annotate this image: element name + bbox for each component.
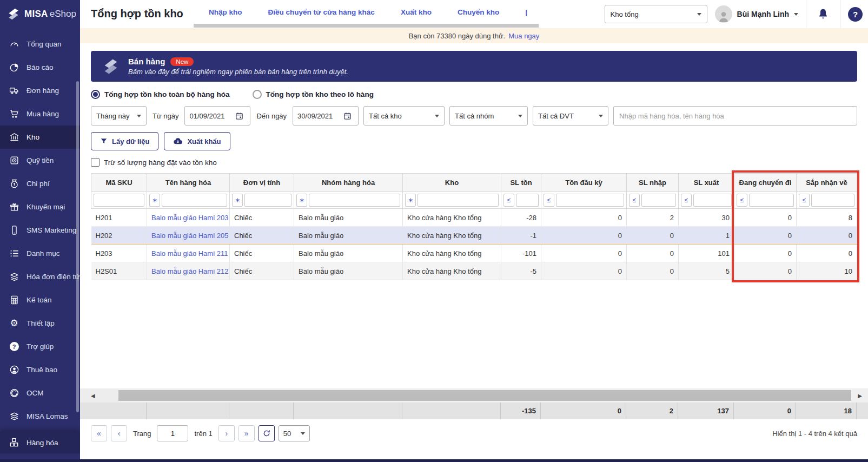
table-row[interactable]: H203 Balo mẫu giáo Hami 211 Chiếc Balo m… <box>91 245 857 262</box>
page-number-input[interactable] <box>157 425 188 441</box>
page-size-select[interactable]: 50 <box>279 425 310 441</box>
tab-chuyen-kho[interactable]: Chuyển kho <box>458 8 499 16</box>
sidebar-item-quy-tien[interactable]: Quỹ tiền <box>0 149 80 172</box>
last-page-button[interactable]: » <box>238 425 255 441</box>
sidebar-scrollbar-thumb[interactable] <box>76 81 79 412</box>
filter-input-sap-nhan-ve[interactable] <box>811 194 854 207</box>
store-selector[interactable]: Kho tổng <box>605 5 707 23</box>
filter-input-kho[interactable] <box>418 194 499 207</box>
user-menu[interactable]: Bùi Mạnh Linh <box>715 5 798 23</box>
tab-dieu-chuyen[interactable]: Điều chuyển từ cửa hàng khác <box>268 8 375 16</box>
radio-all-goods[interactable]: Tổng hợp tồn kho toàn bộ hàng hóa <box>91 90 230 99</box>
filter-op-button[interactable]: ≤ <box>799 194 810 207</box>
sidebar-item-khuyen-mai[interactable]: Khuyến mại <box>0 195 80 219</box>
filter-op-button[interactable]: ≤ <box>503 194 514 207</box>
filter-input-dang-chuyen-di[interactable] <box>749 194 794 207</box>
col-header-sl-xuat[interactable]: SL xuất <box>679 174 734 192</box>
sidebar-item-misa-lomas[interactable]: MISA Lomas <box>0 405 80 428</box>
help-button[interactable]: ? <box>848 7 863 22</box>
warehouse-select[interactable]: Tất cả kho <box>363 106 445 126</box>
sidebar-item-thue-bao[interactable]: Thuê bao <box>0 358 80 381</box>
tab-strip-scrollbar[interactable] <box>194 24 539 28</box>
filter-input-don-vi-tinh[interactable] <box>244 194 291 207</box>
get-data-button[interactable]: Lấy dữ liệu <box>91 132 158 150</box>
promo-banner[interactable]: Bán hàng New Bấm vào đây để trải nghiệm … <box>91 51 857 82</box>
filter-op-button[interactable]: ∗ <box>149 194 160 207</box>
col-header-don-vi-tinh[interactable]: Đơn vị tính <box>230 174 294 192</box>
radio-by-lot[interactable]: Tổng hợp tồn kho theo lô hàng <box>253 90 374 99</box>
filter-input-ton-dau-ky[interactable] <box>556 194 624 207</box>
next-page-button[interactable]: › <box>218 425 235 441</box>
product-link[interactable]: Balo mẫu giáo Hami 212 <box>151 267 228 275</box>
sidebar-item-mua-hang[interactable]: Mua hàng <box>0 102 80 126</box>
sidebar-item-ke-toan[interactable]: Kế toán <box>0 288 80 312</box>
from-date-field[interactable] <box>184 106 250 126</box>
filter-op-button[interactable]: ∗ <box>232 194 243 207</box>
filter-input-ten-hang-hoa[interactable] <box>162 194 227 207</box>
table-row[interactable]: H201 Balo mẫu giáo Hami 203 Chiếc Balo m… <box>91 209 857 227</box>
sidebar-item-bao-cao[interactable]: Báo cáo <box>0 56 80 79</box>
export-button[interactable]: Xuất khẩu <box>164 132 230 150</box>
to-date-input[interactable] <box>297 112 340 120</box>
filter-op-button[interactable]: ≤ <box>544 194 554 207</box>
filter-op-button[interactable]: ∗ <box>296 194 307 207</box>
col-header-ma-sku[interactable]: Mã SKU <box>91 174 147 192</box>
col-header-nhom-hang-hoa[interactable]: Nhóm hàng hóa <box>294 174 403 192</box>
tab-nhap-kho[interactable]: Nhập kho <box>209 8 242 16</box>
report-type-options: Tổng hợp tồn kho toàn bộ hàng hóa Tổng h… <box>91 90 857 99</box>
filter-input-ma-sku[interactable] <box>94 194 144 207</box>
sidebar-item-chi-phi[interactable]: Chi phí <box>0 172 80 195</box>
sidebar-item-tong-quan[interactable]: Tổng quan <box>0 32 80 56</box>
calculator-icon <box>9 295 19 306</box>
filter-op-button[interactable]: ≤ <box>681 194 692 207</box>
scroll-left-button[interactable]: ◀ <box>80 388 118 402</box>
col-header-sl-ton[interactable]: SL tồn <box>501 174 541 192</box>
refresh-button[interactable] <box>259 425 275 441</box>
product-link[interactable]: Balo mẫu giáo Hami 205 <box>151 232 228 240</box>
table-row[interactable]: H2S01 Balo mẫu giáo Hami 212 Chiếc Balo … <box>91 262 857 280</box>
col-header-sap-nhan-ve[interactable]: Sắp nhận về <box>797 174 857 192</box>
prev-page-button[interactable]: ‹ <box>111 425 127 441</box>
filter-op-button[interactable]: ∗ <box>405 194 416 207</box>
col-header-kho[interactable]: Kho <box>403 174 501 192</box>
unit-select[interactable]: Tất cả ĐVT <box>533 106 608 126</box>
col-header-sl-nhap[interactable]: SL nhập <box>627 174 679 192</box>
period-select[interactable]: Tháng này <box>91 106 147 126</box>
first-page-button[interactable]: « <box>91 425 107 441</box>
filter-input-sl-nhap[interactable] <box>641 194 676 207</box>
sidebar-item-hoa-don-dien-tu[interactable]: Hóa đơn điện tử <box>0 265 80 288</box>
brand-logo[interactable]: MISAeShop <box>0 0 80 28</box>
sidebar-item-hang-hoa[interactable]: Hàng hóa <box>0 432 80 453</box>
group-select[interactable]: Tất cả nhóm <box>449 106 528 126</box>
product-link[interactable]: Balo mẫu giáo Hami 203 <box>151 214 228 222</box>
filter-input-sl-ton[interactable] <box>516 194 539 207</box>
notifications-button[interactable] <box>814 8 832 20</box>
product-search-field <box>613 106 857 126</box>
sidebar-item-tro-giup[interactable]: ? Trợ giúp <box>0 335 80 358</box>
product-search-input[interactable] <box>619 112 851 120</box>
sidebar-item-ocm[interactable]: OCM <box>0 381 80 405</box>
col-header-ten-hang-hoa[interactable]: Tên hàng hóa <box>147 174 230 192</box>
buy-now-link[interactable]: Mua ngay <box>508 32 539 40</box>
col-header-ton-dau-ky[interactable]: Tồn đầu kỳ <box>541 174 627 192</box>
scroll-right-button[interactable]: ▶ <box>852 388 868 402</box>
subscriber-icon <box>9 365 19 375</box>
sidebar-item-don-hang[interactable]: Đơn hàng <box>0 79 80 102</box>
horizontal-scrollbar-thumb[interactable] <box>118 390 851 401</box>
tab-xuat-kho[interactable]: Xuất kho <box>401 8 432 16</box>
tab-partial[interactable]: | <box>525 8 527 16</box>
sidebar-item-sms-marketing[interactable]: SMS Marketing <box>0 219 80 242</box>
col-header-dang-chuyen-di[interactable]: Đang chuyển đi <box>734 174 797 192</box>
table-row-selected[interactable]: H202 Balo mẫu giáo Hami 205 Chiếc Balo m… <box>91 227 857 245</box>
filter-input-nhom-hang-hoa[interactable] <box>309 194 400 207</box>
from-date-input[interactable] <box>189 112 231 120</box>
filter-input-sl-xuat[interactable] <box>693 194 732 207</box>
filter-op-button[interactable]: ≤ <box>629 194 640 207</box>
sidebar-item-kho[interactable]: Kho <box>0 126 80 149</box>
to-date-field[interactable] <box>293 106 359 126</box>
sidebar-item-thiet-lap[interactable]: ⚙ Thiết lập <box>0 312 80 335</box>
product-link[interactable]: Balo mẫu giáo Hami 211 <box>151 249 228 258</box>
filter-op-button[interactable]: ≤ <box>737 194 747 207</box>
subtract-ordered-checkbox[interactable] <box>91 158 100 167</box>
sidebar-item-danh-muc[interactable]: Danh mục <box>0 242 80 265</box>
